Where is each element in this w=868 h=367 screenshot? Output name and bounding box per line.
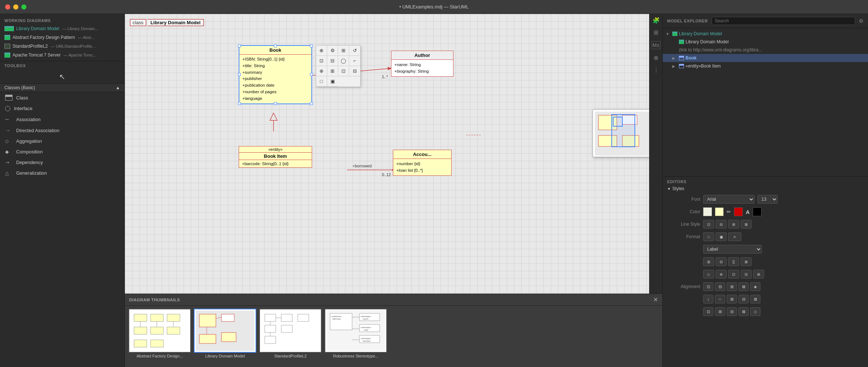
extra-btn-4[interactable]: ⊠ bbox=[738, 307, 749, 316]
toolbar-btn-split[interactable]: ⊟ bbox=[327, 56, 338, 66]
toolbox-item-dependency[interactable]: ⇢ Dependency bbox=[0, 157, 124, 168]
format-icon-btn-1[interactable]: ⊞ bbox=[703, 257, 714, 266]
toolbar-btn-rect[interactable]: ▣ bbox=[327, 76, 338, 87]
font-select[interactable]: Arial Helvetica Times New Roman bbox=[703, 195, 755, 204]
align-btn-7[interactable]: ↔ bbox=[715, 295, 725, 304]
svg-text:«metaClass»: «metaClass» bbox=[331, 315, 342, 317]
format-btn-2[interactable]: ▣ bbox=[716, 232, 727, 241]
toolbar-btn-rotate[interactable]: ↺ bbox=[349, 46, 360, 56]
toolbar-btn-align[interactable]: ⊡ bbox=[316, 56, 327, 66]
align-btn-8[interactable]: ⊞ bbox=[727, 295, 737, 304]
puzzle-icon[interactable]: 🧩 bbox=[652, 17, 660, 24]
toolbox-item-association[interactable]: ─ Association bbox=[0, 114, 124, 125]
extra-btn-3[interactable]: ⊟ bbox=[727, 307, 737, 316]
model-explorer-gear-icon[interactable]: ⚙ bbox=[859, 18, 864, 24]
align-btn-2[interactable]: ⊟ bbox=[715, 282, 725, 291]
extra-btn-2[interactable]: ⊞ bbox=[715, 307, 725, 316]
format-icon-btn-2[interactable]: ⊟ bbox=[716, 257, 727, 266]
format-icon-btn-8[interactable]: ⊟ bbox=[741, 270, 752, 279]
thumbnail-abstract-factory[interactable]: Abstract Factory Design... bbox=[129, 309, 191, 358]
tree-item-diagram[interactable]: Library Domain Model bbox=[663, 38, 868, 46]
color-swatch-black[interactable] bbox=[753, 207, 762, 216]
toolbar-btn-paste[interactable]: ⊟ bbox=[349, 66, 360, 76]
line-style-btn-2[interactable]: ⊟ bbox=[716, 220, 727, 229]
account-class[interactable]: Accou... +number {id} +loan list [0..*] bbox=[393, 150, 452, 176]
toolbox-item-directed-association[interactable]: → Directed Association bbox=[0, 125, 124, 136]
extra-btn-5[interactable]: ◇ bbox=[750, 307, 760, 316]
sel-handle-bm bbox=[274, 102, 277, 105]
format-icon-btn-9[interactable]: ⊞ bbox=[753, 270, 764, 279]
align-btn-9[interactable]: ⊟ bbox=[738, 295, 749, 304]
target-icon[interactable]: ⊕ bbox=[654, 54, 658, 61]
diagram-item-library[interactable]: Library Domain Model — Library Domain... bbox=[0, 24, 124, 33]
toolbar-btn-gear[interactable]: ⚙ bbox=[327, 46, 338, 56]
toolbox-item-interface[interactable]: Interface bbox=[0, 103, 124, 114]
align-btn-6[interactable]: ↕ bbox=[703, 295, 713, 304]
format-icon-btn-3[interactable]: {} bbox=[728, 257, 739, 266]
bookitem-class[interactable]: «entity» Book Item +barcode: String[0..1… bbox=[239, 146, 312, 168]
color-swatch-yellow[interactable] bbox=[715, 207, 724, 216]
format-btn-3[interactable]: ≡ bbox=[728, 232, 741, 241]
canvas-area[interactable]: class Library Domain Model +wrote 1..* +… bbox=[125, 14, 662, 367]
model-explorer-search[interactable] bbox=[712, 17, 855, 25]
author-class[interactable]: Author +name: String +biography: String bbox=[391, 51, 453, 77]
toolbar-btn-square[interactable]: □ bbox=[316, 76, 327, 87]
toolbox-item-generalization[interactable]: △ Generalization bbox=[0, 168, 124, 178]
thumbnails-close-button[interactable]: ✕ bbox=[653, 296, 658, 303]
tree-item-book[interactable]: ▶ Book bbox=[663, 54, 868, 62]
toolbar-btn-merge[interactable]: ◯ bbox=[338, 56, 349, 66]
toolbox-item-aggregation[interactable]: ◇ Aggregation bbox=[0, 136, 124, 146]
align-btn-1[interactable]: ⊡ bbox=[703, 282, 713, 291]
close-button[interactable] bbox=[5, 4, 10, 10]
toolbar-btn-format[interactable]: ⊕ bbox=[316, 66, 327, 76]
cursor-tool[interactable]: ↖ bbox=[0, 70, 124, 83]
svg-text:entity: entity bbox=[364, 329, 368, 331]
book-class[interactable]: Book +ISBN: String[0..1] {id} +title: St… bbox=[239, 45, 312, 104]
line-style-btn-4[interactable]: ⊠ bbox=[741, 220, 752, 229]
toolbar-btn-circle[interactable]: ⊕ bbox=[316, 46, 327, 56]
maximize-button[interactable] bbox=[21, 4, 26, 10]
toolbar-btn-copy[interactable]: ⊞ bbox=[327, 66, 338, 76]
tree-item-bookitem[interactable]: ▶ «entity»Book Item bbox=[663, 62, 868, 70]
font-size-select[interactable]: 13 10 11 12 14 bbox=[757, 195, 778, 204]
grid-icon[interactable]: ⊞ bbox=[654, 29, 658, 36]
format-btn-1[interactable]: □ bbox=[703, 232, 714, 241]
transform-icon[interactable]: M± bbox=[651, 41, 661, 49]
align-btn-4[interactable]: ⊠ bbox=[738, 282, 749, 291]
diagram-item-factory[interactable]: Abstract Factory Design Pattern — Abst..… bbox=[0, 33, 124, 42]
toolbar-btn-corner[interactable]: ⌐ bbox=[349, 56, 360, 66]
pencil-icon[interactable]: ✏ bbox=[727, 209, 731, 215]
thumbnail-robustness[interactable]: «metaClass» UMLClass «stereotype» contro… bbox=[325, 309, 387, 358]
tree-item-root[interactable]: ▼ Library Domain Model bbox=[663, 30, 868, 38]
line-style-btn-1[interactable]: ⊡ bbox=[703, 220, 714, 229]
toolbox-item-composition[interactable]: ◆ Composition bbox=[0, 146, 124, 157]
toolbar-btn-extra[interactable]: ⊡ bbox=[338, 66, 349, 76]
color-swatch-red[interactable] bbox=[734, 207, 743, 216]
toolbox-item-class[interactable]: Class bbox=[0, 92, 124, 103]
align-btn-10[interactable]: ⊠ bbox=[750, 295, 760, 304]
format-icon-btn-4[interactable]: ⊠ bbox=[741, 257, 752, 266]
extra-btn-1[interactable]: ⊡ bbox=[703, 307, 713, 316]
thumbnail-standardprofile[interactable]: StandardProfileL2 bbox=[259, 309, 322, 358]
diagram-item-apache[interactable]: Apache Tomcat 7 Server — Apache Tomc... bbox=[0, 51, 124, 59]
format-icons-row2: ◇ ⊕ ⊡ ⊟ ⊞ bbox=[667, 270, 864, 279]
format-dropdown-select[interactable]: Label Name Signature bbox=[703, 245, 762, 254]
format-icon-btn-5[interactable]: ◇ bbox=[703, 270, 714, 279]
format-icon-btn-6[interactable]: ⊕ bbox=[716, 270, 727, 279]
styles-toggle[interactable]: ▼ Styles bbox=[667, 186, 864, 191]
color-swatch-fill[interactable] bbox=[703, 207, 712, 216]
working-diagrams-header: WORKING DIAGRAMS bbox=[0, 17, 124, 24]
line-style-btn-3[interactable]: ⊞ bbox=[728, 220, 739, 229]
diagram-item-standardprofile[interactable]: StandardProfileL2 — UMLStandardProfile..… bbox=[0, 42, 124, 51]
align-btn-5[interactable]: ◈ bbox=[750, 282, 760, 291]
share-icon[interactable]: ⋮ bbox=[653, 66, 659, 73]
align-btn-3[interactable]: ⊞ bbox=[727, 282, 737, 291]
tree-item-link[interactable]: (link to http://www.uml-diagrams.org/lib… bbox=[663, 46, 868, 54]
thumbnail-library[interactable]: Library Domain Model bbox=[194, 309, 256, 358]
font-label: Font bbox=[667, 197, 700, 202]
toolbar-btn-grid[interactable]: ⊞ bbox=[338, 46, 349, 56]
classes-collapse-arrow[interactable]: ▲ bbox=[116, 85, 120, 90]
format-icon-btn-7[interactable]: ⊡ bbox=[728, 270, 739, 279]
text-a-icon[interactable]: A bbox=[746, 209, 750, 215]
minimize-button[interactable] bbox=[13, 4, 18, 10]
